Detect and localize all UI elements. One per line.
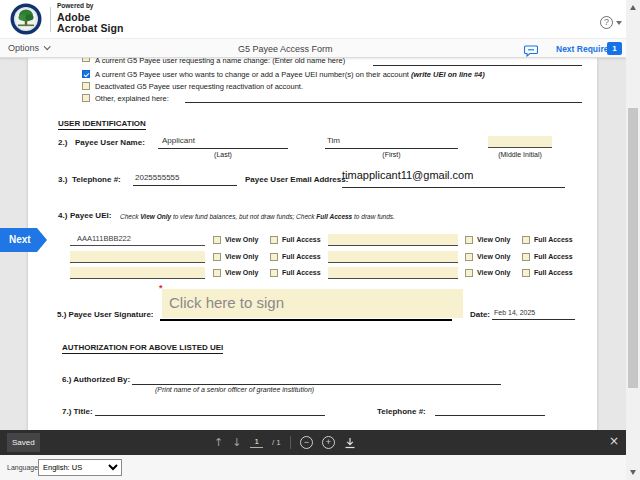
scrollbar-up-arrow-icon[interactable] (630, 5, 636, 10)
brand-adobe: Adobe (57, 12, 124, 23)
line4-number: 4.) (58, 211, 67, 220)
line5-label: 5.) Payee User Signature: (57, 310, 154, 319)
next-page-button[interactable]: ↓ (232, 436, 241, 449)
signature-field[interactable]: Click here to sign (162, 289, 463, 318)
section-heading-user-identification: USER IDENTIFICATION (58, 119, 146, 130)
view-only-label: View Only (225, 269, 258, 276)
option-label-3: Deactivated G5 Payee user requesting rea… (95, 82, 303, 91)
acrobat-sign-window: Powered by Adobe Acrobat Sign ? Options … (0, 0, 640, 480)
help-icon[interactable]: ? (600, 16, 613, 29)
toolbar-divider (290, 436, 291, 449)
authorized-by-line (132, 384, 501, 385)
full-access-label: Full Access (534, 253, 573, 260)
view-only-checkbox[interactable] (213, 236, 221, 244)
uei-row-1: AAA111BBB222 View Only Full Access View … (70, 234, 576, 247)
uei-field-3-right[interactable] (328, 267, 458, 279)
uei-field-3-left[interactable] (70, 267, 205, 279)
middle-initial-caption: (Middle Initial) (480, 151, 560, 158)
email-line (342, 187, 565, 188)
line2-label: Payee User Name: (75, 138, 145, 147)
line7-label: 7.) Title: (62, 407, 93, 416)
previous-page-button[interactable]: ↑ (214, 436, 223, 449)
uei-row-3: View Only Full Access View Only Full Acc… (70, 267, 576, 280)
full-access-checkbox[interactable] (270, 269, 278, 277)
full-access-label: Full Access (282, 236, 321, 243)
uei-field-1-right[interactable] (328, 234, 458, 246)
view-only-label: View Only (225, 253, 258, 260)
comment-icon[interactable] (524, 43, 538, 61)
middle-initial-field[interactable] (488, 136, 552, 148)
full-access-checkbox[interactable] (270, 236, 278, 244)
language-bar: Language English: US (0, 455, 640, 480)
uei-instructions: Check View Only to view fund balances, b… (120, 213, 395, 220)
option-label-1: A current G5 Payee user requesting a nam… (95, 58, 345, 65)
page-count-label: / 1 (272, 438, 281, 447)
section-heading-authorization: AUTHORIZATION FOR ABOVE LISTED UEI (62, 343, 223, 354)
option-checkbox-4[interactable] (82, 94, 90, 102)
line3-number: 3.) (58, 175, 67, 184)
view-only-label: View Only (477, 253, 510, 260)
next-required-count-badge: 1 (607, 42, 622, 55)
language-label: Language (7, 464, 38, 471)
option-checkbox-3[interactable] (82, 82, 90, 90)
document-viewport[interactable]: A current G5 Payee user requesting a nam… (0, 58, 640, 430)
full-access-label: Full Access (282, 253, 321, 260)
document-toolbar: Options G5 Payee Access Form Next Requir… (0, 38, 640, 58)
title-line (95, 415, 325, 416)
date-label: Date: (470, 310, 490, 319)
header-divider (50, 7, 51, 32)
line7-phone-line (435, 415, 545, 416)
current-page-input[interactable]: 1 (250, 437, 262, 448)
view-only-checkbox[interactable] (465, 236, 473, 244)
full-access-checkbox[interactable] (522, 253, 530, 261)
date-value: Feb 14, 2025 (494, 309, 535, 316)
first-name-value[interactable]: Tim (327, 136, 340, 145)
fill-line (373, 65, 582, 66)
full-access-checkbox[interactable] (522, 236, 530, 244)
first-name-caption: (First) (325, 151, 458, 158)
view-only-checkbox[interactable] (465, 253, 473, 261)
page-controls: ↑ ↓ 1 / 1 − + (214, 430, 356, 455)
first-name-line (325, 148, 458, 149)
view-only-label: View Only (225, 236, 258, 243)
view-only-checkbox[interactable] (213, 253, 221, 261)
language-select[interactable]: English: US (38, 459, 122, 476)
scrollbar-thumb[interactable] (628, 108, 638, 388)
full-access-checkbox[interactable] (522, 269, 530, 277)
brand-block: Powered by Adobe Acrobat Sign (57, 3, 124, 34)
browser-scrollbar[interactable] (626, 0, 640, 480)
view-only-checkbox[interactable] (465, 269, 473, 277)
document-title: G5 Payee Access Form (238, 44, 333, 54)
scrollbar-down-arrow-icon[interactable] (630, 470, 636, 475)
zoom-out-button[interactable]: − (300, 436, 313, 449)
view-only-label: View Only (477, 236, 510, 243)
uei-field-2-right[interactable] (328, 251, 458, 263)
options-menu-button[interactable]: Options (8, 43, 49, 53)
caret-down-icon (616, 21, 622, 25)
uei-field-1-left[interactable]: AAA111BBB222 (70, 234, 205, 246)
fill-line (185, 102, 582, 103)
phone-label: Telephone #: (72, 175, 121, 184)
download-button[interactable] (344, 437, 356, 449)
last-name-line (158, 148, 288, 149)
phone-value[interactable]: 2025555555 (135, 173, 180, 182)
line2-number: 2.) (58, 138, 67, 147)
help-menu-button[interactable]: ? (600, 16, 622, 29)
full-access-checkbox[interactable] (270, 253, 278, 261)
next-field-tab[interactable]: Next (0, 228, 47, 252)
powered-by-label: Powered by (57, 3, 124, 10)
close-button[interactable]: × (609, 434, 619, 448)
option-checkbox-2[interactable] (82, 70, 90, 78)
zoom-in-button[interactable]: + (322, 436, 335, 449)
pdf-page: A current G5 Payee user requesting a nam… (28, 58, 597, 430)
option-checkbox-1[interactable] (82, 58, 90, 62)
email-value[interactable]: timapplicant11@gmail.com (342, 169, 473, 181)
full-access-label: Full Access (282, 269, 321, 276)
uei-row-2: View Only Full Access View Only Full Acc… (70, 251, 576, 264)
download-icon (344, 437, 356, 449)
next-required-button[interactable]: Next Required (556, 44, 614, 54)
uei-field-2-left[interactable] (70, 251, 205, 263)
last-name-value[interactable]: Applicant (162, 136, 195, 145)
view-only-checkbox[interactable] (213, 269, 221, 277)
line7-phone-label: Telephone #: (377, 407, 426, 416)
